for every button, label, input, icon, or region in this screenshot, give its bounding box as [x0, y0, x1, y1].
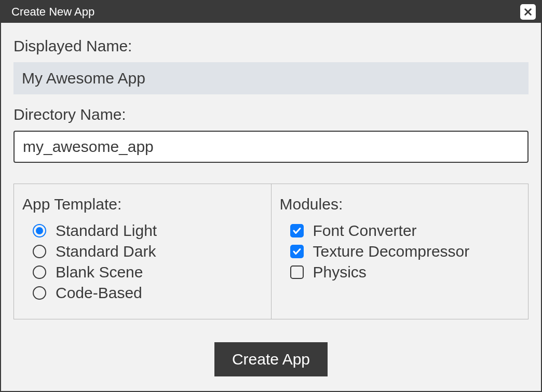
dialog-footer: Create App: [13, 342, 529, 376]
options-panel: App Template: Standard LightStandard Dar…: [13, 184, 529, 319]
template-option[interactable]: Standard Dark: [22, 241, 263, 262]
radio-icon: [33, 265, 46, 279]
checkbox-icon: [290, 265, 304, 279]
module-option[interactable]: Physics: [280, 262, 520, 283]
template-heading: App Template:: [22, 195, 263, 213]
radio-icon: [33, 224, 46, 237]
radio-icon: [33, 245, 46, 258]
radio-icon: [33, 286, 46, 300]
checkbox-icon: [290, 224, 304, 237]
modules-column: Modules: Font ConverterTexture Decompres…: [272, 184, 529, 319]
displayed-name-input[interactable]: [13, 62, 529, 94]
module-option[interactable]: Font Converter: [280, 220, 520, 241]
template-option[interactable]: Standard Light: [22, 220, 263, 241]
window-title: Create New App: [11, 5, 94, 19]
template-option[interactable]: Code-Based: [22, 283, 263, 303]
checkbox-icon: [290, 245, 304, 258]
template-option-label: Standard Dark: [56, 243, 156, 260]
module-option-label: Physics: [313, 263, 367, 281]
create-app-button[interactable]: Create App: [214, 342, 328, 376]
titlebar: Create New App: [1, 1, 541, 23]
module-option-label: Font Converter: [313, 222, 417, 240]
template-option[interactable]: Blank Scene: [22, 262, 263, 283]
template-column: App Template: Standard LightStandard Dar…: [14, 184, 272, 319]
template-option-label: Standard Light: [56, 222, 157, 240]
modules-heading: Modules:: [280, 195, 520, 213]
template-option-label: Blank Scene: [56, 263, 143, 281]
close-button[interactable]: [520, 4, 536, 20]
directory-name-input[interactable]: [13, 131, 529, 163]
create-new-app-dialog: Create New App Displayed Name: Directory…: [0, 0, 542, 392]
module-option-label: Texture Decompressor: [313, 243, 470, 260]
template-option-label: Code-Based: [56, 284, 142, 302]
module-option[interactable]: Texture Decompressor: [280, 241, 520, 262]
dialog-content: Displayed Name: Directory Name: App Temp…: [1, 23, 541, 391]
directory-name-label: Directory Name:: [13, 106, 529, 123]
displayed-name-label: Displayed Name:: [13, 37, 529, 55]
close-icon: [523, 7, 533, 17]
